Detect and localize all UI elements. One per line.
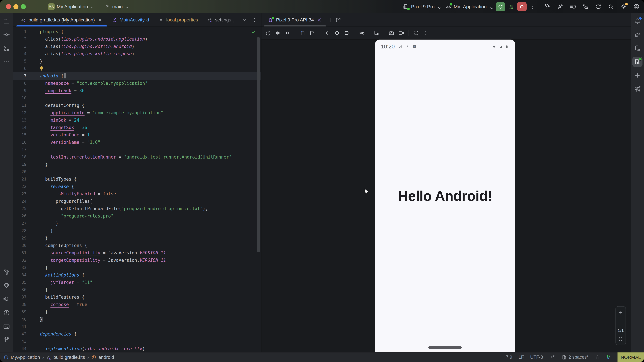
inspections-status-icon[interactable] [251,29,256,35]
settings-button[interactable] [619,2,628,11]
gradle-button[interactable] [632,30,642,40]
rotate-left-button[interactable] [298,29,307,37]
panel-options-button[interactable] [344,16,352,24]
device-settings-button[interactable] [372,29,381,37]
run-configuration-selector[interactable]: My_Application [444,2,494,11]
device-tab[interactable]: Pixel 9 Pro API 34 [264,13,326,26]
vcs-branch-widget[interactable]: main [103,3,131,11]
account-button[interactable] [632,2,641,11]
power-button[interactable] [264,29,272,37]
sync-project-button[interactable] [555,2,565,11]
window-controls [0,4,31,9]
terminal-icon [3,323,10,330]
editor-tab[interactable]: Kbuild.gradle.kts (My Application) [16,13,107,26]
zoom-ratio-button[interactable]: 1:1 [618,328,624,333]
project-widget[interactable]: MA My Application [46,2,96,11]
running-devices-button[interactable] [632,57,642,67]
search-button[interactable] [606,2,616,11]
toolbar-separator [408,30,409,36]
gemini-button[interactable] [632,70,642,80]
ai-sparkle-icon[interactable] [550,355,555,360]
rotate-right-button[interactable] [308,29,317,37]
structure-button[interactable] [2,43,12,53]
profiler-button[interactable] [568,2,578,11]
gesture-navigation-pill[interactable] [428,347,462,349]
more-run-options-button[interactable] [528,2,537,11]
indent-setting[interactable]: 2 spaces* [562,355,588,360]
breadcrumb-item[interactable]: android [92,355,114,360]
add-device-tab-button[interactable] [326,16,334,24]
code-line: 3 alias(libs.plugins.kotlin.android) [13,43,261,50]
overview-button[interactable] [342,29,351,37]
emulator-screen[interactable]: 10:20 A Hello Android! [375,39,515,352]
hidden-tabs-button[interactable] [241,16,249,24]
device-selector[interactable]: Pixel 9 Pro [401,2,442,11]
screenshot-button[interactable] [387,29,396,37]
caret-position[interactable]: 7:9 [506,355,512,360]
tab-label: local.properties [166,17,198,23]
editor-tab[interactable]: local.properties [154,13,202,26]
code-line: 13 minSdk = 24 [13,116,261,124]
branch-name: main [112,4,123,9]
intention-bulb-icon[interactable] [38,65,44,71]
lock-open-icon[interactable] [595,355,600,360]
rerun-button[interactable] [496,2,505,11]
gradle-icon [634,31,641,38]
project-button[interactable] [2,16,12,26]
gem-button[interactable] [2,281,12,291]
file-encoding[interactable]: UTF-8 [530,355,543,360]
close-tab-icon[interactable] [97,17,103,23]
screen-record-button[interactable] [397,29,406,37]
git-branch-button[interactable] [2,335,12,345]
zoom-out-button[interactable] [617,319,624,325]
volume-down-button[interactable] [283,29,292,37]
code-editor[interactable]: 1plugins {2 alias(libs.plugins.android.a… [13,27,261,352]
more-horizontal-button[interactable] [2,57,12,67]
fit-screen-button[interactable] [617,336,624,343]
more-vertical-button[interactable] [422,29,430,37]
close-window-button[interactable] [6,4,11,9]
commit-button[interactable] [2,30,12,40]
running-devices-icon [634,58,641,65]
minimize-window-button[interactable] [14,4,18,9]
device-mirror-button[interactable] [593,2,603,11]
debug-button[interactable] [507,2,516,11]
keyboard-button[interactable] [357,29,366,37]
zoom-window-button[interactable] [21,4,26,9]
ideavim-icon[interactable]: V [606,354,610,360]
build-icon [544,3,550,10]
breadcrumb-item[interactable]: MyApplication [4,355,40,360]
code-line: 20 [13,168,261,175]
sync-project-icon [556,3,563,10]
open-in-new-window-button[interactable] [334,16,342,24]
code-line: 42dependencies { [13,330,261,338]
hide-panel-button[interactable] [354,16,362,24]
notifications-button[interactable] [632,16,642,26]
editor-scrollbar[interactable] [257,37,260,252]
zoom-in-button[interactable] [617,309,624,316]
logcat-button[interactable] [2,294,12,304]
status-bar: MyApplication›Kbuild.gradle.kts›android … [0,352,644,362]
terminal-button[interactable] [2,321,12,331]
home-button[interactable] [332,29,341,37]
tab-options-button[interactable] [250,16,258,24]
stop-button[interactable] [517,2,526,11]
plane-button[interactable] [632,84,642,94]
code-line: 25 getDefaultProguardFile("proguard-andr… [13,205,261,212]
code-line: 34 kotlinOptions { [13,271,261,279]
device-manager-button[interactable] [632,43,642,53]
line-separator[interactable]: LF [518,355,524,360]
build-button[interactable] [2,267,12,277]
run-toolbar: Pixel 9 Pro My_Application [401,0,641,13]
editor-tab[interactable]: Ksettings.g [202,13,240,26]
build-button[interactable] [542,2,552,11]
gradle-kts-icon: K [21,17,26,23]
problems-button[interactable] [2,308,12,318]
attach-debugger-button[interactable] [580,2,590,11]
breadcrumb-item[interactable]: Kbuild.gradle.kts [46,355,85,360]
reset-button[interactable] [412,29,420,37]
volume-up-button[interactable] [274,29,282,37]
close-device-tab-icon[interactable] [316,17,322,23]
editor-tab[interactable]: MainActivity.kt [107,13,154,26]
back-button[interactable] [323,29,332,37]
